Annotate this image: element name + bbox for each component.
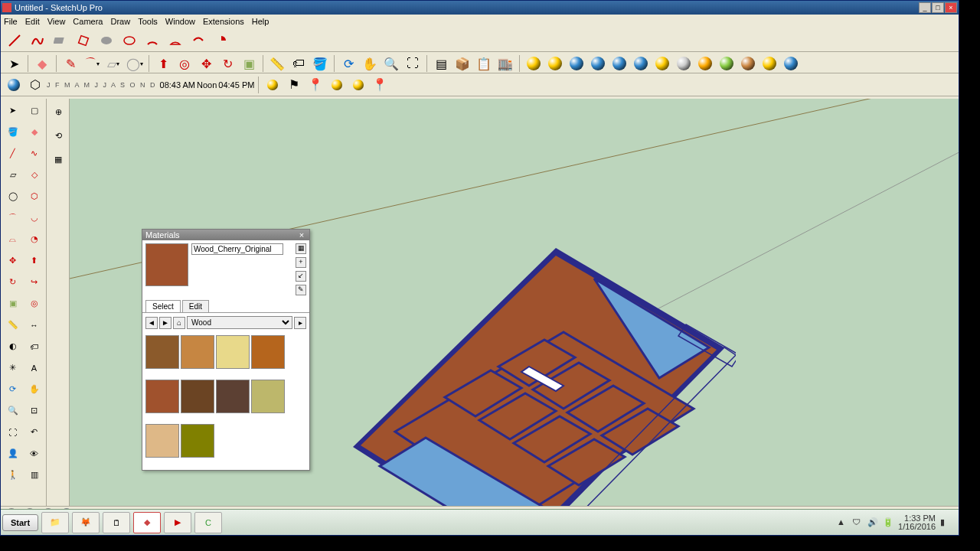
tab-edit[interactable]: Edit: [182, 300, 209, 312]
ls-eraser-icon[interactable]: ◆: [24, 122, 44, 142]
arc-dd-icon[interactable]: ⌒▾: [82, 54, 102, 73]
shape-dd-icon[interactable]: ▱▾: [103, 54, 123, 73]
ls-freehand-icon[interactable]: ∿: [24, 143, 44, 164]
ls-dimension-icon[interactable]: ↔: [24, 315, 44, 335]
taskbar-app2-icon[interactable]: ▶: [164, 512, 191, 533]
ls-tape-icon[interactable]: 📏: [2, 315, 23, 335]
orbit-tool-icon[interactable]: ⟳: [338, 54, 358, 73]
sphere9-icon[interactable]: [695, 54, 715, 73]
sphere2-icon[interactable]: [545, 54, 565, 73]
taskbar-app3-icon[interactable]: C: [194, 512, 222, 533]
menu-file[interactable]: File: [4, 17, 18, 26]
freehand-tool-icon[interactable]: [27, 30, 48, 51]
ls-select-icon[interactable]: ➤: [2, 100, 23, 121]
layers-icon[interactable]: ▤: [431, 54, 451, 73]
display-pane-icon[interactable]: ▦: [296, 243, 306, 254]
tray-icon-4[interactable]: 🔋: [883, 517, 893, 528]
arc3-tool-icon[interactable]: [188, 30, 209, 51]
current-material-swatch[interactable]: [145, 243, 188, 286]
menu-help[interactable]: Help: [252, 17, 270, 26]
swatch-item[interactable]: [145, 380, 179, 413]
pan-tool-icon[interactable]: ✋: [360, 54, 380, 73]
zoom-extents-icon[interactable]: ⛶: [403, 54, 423, 73]
menu-camera[interactable]: Camera: [73, 17, 103, 26]
select-tool-icon[interactable]: ➤: [4, 54, 24, 73]
ls-rotate-icon[interactable]: ↻: [2, 272, 23, 292]
ls-rect-icon[interactable]: ▱: [2, 165, 23, 185]
polygon-tool-icon[interactable]: [119, 30, 140, 51]
tab-select[interactable]: Select: [145, 300, 181, 312]
scale-tool-icon[interactable]: ▣: [239, 54, 259, 73]
menu-draw[interactable]: Draw: [110, 17, 130, 26]
materials-close-icon[interactable]: ×: [297, 230, 306, 240]
sb-stamp-icon[interactable]: ▦: [48, 148, 68, 171]
pencil-tool-icon[interactable]: ✎: [60, 54, 80, 73]
ls-3dtext-icon[interactable]: A: [24, 357, 44, 378]
eraser-tool-icon[interactable]: ◆: [32, 54, 52, 73]
ls-paint-icon[interactable]: 🪣: [2, 122, 23, 142]
taskbar-explorer-icon[interactable]: 📁: [41, 512, 69, 533]
details-icon[interactable]: ▸: [294, 317, 306, 329]
rectangle-tool-icon[interactable]: [50, 30, 71, 51]
tray-clock[interactable]: 1:33 PM 1/16/2016: [898, 514, 936, 531]
tray-icon-3[interactable]: 🔊: [867, 517, 878, 528]
ls-move-icon[interactable]: ✥: [2, 250, 23, 271]
ls-polygon-icon[interactable]: ⬡: [24, 186, 44, 207]
outliner-icon[interactable]: 📋: [474, 54, 494, 73]
sphere4-icon[interactable]: [588, 54, 608, 73]
maximize-button[interactable]: □: [932, 2, 944, 13]
ls-rotrect-icon[interactable]: ◇: [24, 165, 44, 185]
sphere11-icon[interactable]: [738, 54, 758, 73]
circle-tool-icon[interactable]: [96, 30, 117, 51]
ls-lookaround-icon[interactable]: 👁: [24, 443, 44, 464]
taskbar-sketchup-icon[interactable]: ◆: [133, 512, 161, 533]
offset-tool-icon[interactable]: ◎: [175, 54, 194, 73]
start-button[interactable]: Start: [2, 514, 38, 531]
sphere1-icon[interactable]: [524, 54, 544, 73]
ls-zoomext-icon[interactable]: ⛶: [2, 422, 23, 442]
nav-fwd-icon[interactable]: ►: [159, 317, 172, 329]
tape-tool-icon[interactable]: 📏: [267, 54, 287, 73]
sun5-icon[interactable]: [348, 76, 368, 94]
swatch-item[interactable]: [251, 335, 285, 369]
ls-text-icon[interactable]: 🏷: [24, 336, 44, 357]
pie-tool-icon[interactable]: [211, 30, 232, 51]
ls-axes-icon[interactable]: ✳: [2, 357, 23, 378]
ls-orbit-icon[interactable]: ⟳: [2, 379, 23, 399]
shadow-toggle-icon[interactable]: [4, 76, 24, 94]
line-tool-icon[interactable]: [4, 30, 25, 51]
arc2-tool-icon[interactable]: [165, 30, 186, 51]
sphere13-icon[interactable]: [781, 54, 801, 73]
material-name-input[interactable]: [191, 243, 283, 255]
swatch-item[interactable]: [251, 380, 285, 413]
ls-protractor-icon[interactable]: ◐: [2, 336, 23, 357]
ls-zoomwin-icon[interactable]: ⊡: [24, 400, 44, 421]
pushpull-tool-icon[interactable]: ⬆: [153, 54, 173, 73]
sphere7-icon[interactable]: [652, 54, 672, 73]
ls-line-icon[interactable]: ╱: [2, 143, 23, 164]
sphere10-icon[interactable]: [717, 54, 737, 73]
ls-pushpull-icon[interactable]: ⬆: [24, 250, 44, 271]
arc-tool-icon[interactable]: [142, 30, 163, 51]
ls-section-icon[interactable]: ▥: [24, 465, 44, 485]
menu-edit[interactable]: Edit: [25, 17, 40, 26]
swatch-item[interactable]: [216, 335, 250, 369]
ls-pie-icon[interactable]: ◔: [24, 229, 44, 249]
ls-arc3-icon[interactable]: ⌓: [2, 229, 23, 249]
swatch-item[interactable]: [145, 424, 179, 458]
taskbar-firefox-icon[interactable]: 🦊: [72, 512, 100, 533]
sphere5-icon[interactable]: [609, 54, 629, 73]
swatch-item[interactable]: [216, 380, 250, 413]
swatch-item[interactable]: [181, 335, 214, 369]
tray-icon-1[interactable]: ▲: [837, 517, 848, 528]
sb-pos-icon[interactable]: ⊕: [48, 100, 68, 123]
sphere12-icon[interactable]: [760, 54, 779, 73]
ls-followme-icon[interactable]: ↪: [24, 272, 44, 292]
default-material-icon[interactable]: ↙: [296, 271, 306, 282]
sphere6-icon[interactable]: [631, 54, 651, 73]
text-tool-icon[interactable]: 🏷: [289, 54, 309, 73]
shadow-off-icon[interactable]: ⬡: [25, 76, 45, 94]
ls-component-icon[interactable]: ▢: [24, 100, 44, 121]
sun2-icon[interactable]: ⚑: [284, 76, 304, 94]
sb-flip-icon[interactable]: ⟲: [48, 124, 68, 147]
